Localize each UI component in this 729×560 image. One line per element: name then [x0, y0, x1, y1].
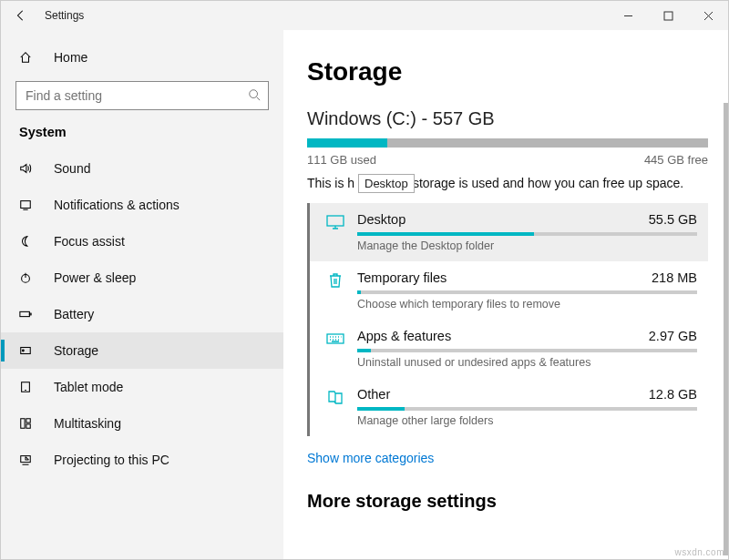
nav-focus-assist[interactable]: Focus assist [1, 223, 283, 260]
category-name: Desktop [357, 212, 406, 227]
svg-point-1 [250, 89, 258, 97]
maximize-icon [663, 11, 673, 21]
category-sub: Manage other large folders [357, 414, 697, 427]
page-title: Storage [307, 57, 704, 87]
nav-tablet-mode[interactable]: Tablet mode [1, 369, 283, 405]
group-system: System [1, 123, 283, 150]
category-bar [357, 232, 697, 236]
svg-rect-9 [21, 419, 25, 429]
home-label: Home [54, 50, 87, 65]
watermark: wsxdn.com [671, 545, 728, 559]
category-sub: Manage the Desktop folder [357, 239, 697, 252]
svg-rect-2 [21, 201, 31, 209]
category-other[interactable]: Other12.8 GBManage other large folders [310, 378, 708, 436]
nav-label: Storage [54, 343, 98, 358]
svg-rect-13 [327, 216, 344, 226]
drive-title: Windows (C:) - 557 GB [307, 108, 704, 129]
titlebar: Settings [1, 1, 728, 30]
arrow-left-icon [15, 9, 27, 22]
close-icon [703, 11, 714, 21]
multitasking-icon [19, 417, 41, 430]
nav-label: Focus assist [54, 234, 125, 249]
category-desktop[interactable]: Desktop55.5 GBManage the Desktop folder [310, 203, 708, 261]
tooltip: Desktop [358, 174, 415, 193]
window-title: Settings [45, 9, 84, 22]
svg-rect-0 [664, 12, 673, 20]
more-settings-heading: More storage settings [307, 491, 704, 512]
nav-label: Sound [54, 161, 90, 176]
usage-line: 111 GB used 445 GB free [307, 153, 708, 167]
nav-label: Projecting to this PC [54, 453, 169, 467]
category-bar [357, 290, 697, 294]
back-button[interactable] [1, 1, 41, 30]
search-input[interactable] [24, 87, 248, 104]
home-nav[interactable]: Home [1, 39, 283, 76]
power-icon [19, 271, 41, 284]
category-bar [357, 407, 697, 411]
keyboard-icon [323, 329, 348, 347]
svg-rect-10 [26, 419, 30, 423]
minimize-button[interactable] [608, 1, 648, 30]
category-name: Apps & features [357, 329, 451, 343]
nav-notifications[interactable]: Notifications & actions [1, 187, 283, 223]
search-box[interactable] [15, 81, 269, 110]
used-text: 111 GB used [307, 153, 376, 167]
maximize-button[interactable] [648, 1, 688, 30]
folder-icon [323, 387, 348, 405]
category-list: Desktop55.5 GBManage the Desktop folderT… [307, 203, 708, 436]
minimize-icon [623, 11, 633, 21]
settings-window: Settings Home System Sound Notificatio [0, 0, 729, 560]
category-size: 218 MB [652, 270, 697, 285]
notifications-icon [19, 199, 41, 211]
category-size: 12.8 GB [649, 387, 697, 402]
nav-label: Battery [54, 307, 94, 321]
category-size: 55.5 GB [649, 212, 697, 227]
category-bar [357, 349, 697, 352]
search-icon [248, 88, 261, 104]
drive-usage-bar [307, 138, 708, 148]
free-text: 445 GB free [644, 153, 708, 167]
trash-icon [323, 270, 348, 289]
monitor-icon [323, 212, 348, 230]
scrollbar[interactable] [724, 103, 728, 555]
home-icon [19, 51, 41, 64]
svg-point-7 [23, 350, 25, 351]
svg-rect-4 [20, 311, 30, 316]
category-name: Other [357, 387, 390, 402]
category-sub: Uninstall unused or undesired apps & fea… [357, 356, 697, 369]
close-button[interactable] [688, 1, 728, 30]
category-temporary-files[interactable]: Temporary files218 MBChoose which tempor… [310, 261, 708, 320]
category-apps-features[interactable]: Apps & features2.97 GBUninstall unused o… [310, 320, 708, 378]
nav-label: Power & sleep [54, 270, 136, 285]
drive-usage-fill [307, 138, 387, 148]
storage-description: This is h Desktop xxxxxxxx storage is us… [307, 176, 708, 190]
storage-icon [19, 344, 41, 357]
nav-multitasking[interactable]: Multitasking [1, 405, 283, 442]
nav-power-sleep[interactable]: Power & sleep [1, 260, 283, 296]
category-sub: Choose which temporary files to remove [357, 298, 697, 311]
category-size: 2.97 GB [649, 329, 697, 343]
nav-sound[interactable]: Sound [1, 150, 283, 187]
projecting-icon [19, 453, 41, 466]
sidebar: Home System Sound Notifications & action… [1, 30, 283, 559]
nav-projecting[interactable]: Projecting to this PC [1, 442, 283, 478]
battery-icon [19, 308, 41, 321]
nav-label: Notifications & actions [54, 198, 180, 212]
show-more-link[interactable]: Show more categories [307, 436, 704, 484]
nav-battery[interactable]: Battery [1, 296, 283, 332]
focus-assist-icon [19, 235, 41, 248]
tablet-icon [19, 381, 41, 393]
nav-label: Tablet mode [54, 380, 123, 394]
sound-icon [19, 162, 41, 175]
content-pane: Storage Windows (C:) - 557 GB 111 GB use… [283, 30, 728, 559]
nav-label: Multitasking [54, 416, 121, 431]
category-name: Temporary files [357, 270, 447, 285]
svg-rect-11 [26, 424, 30, 428]
nav-storage[interactable]: Storage [1, 332, 283, 369]
svg-rect-5 [29, 313, 31, 315]
